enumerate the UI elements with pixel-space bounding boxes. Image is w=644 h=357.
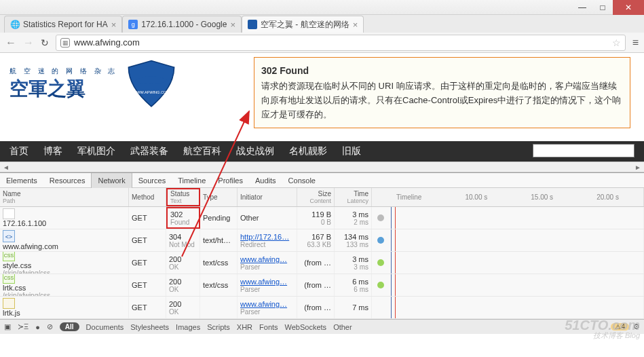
filter-scripts[interactable]: Scripts [207,323,230,331]
console-toggle-icon[interactable]: ▣ [4,322,11,331]
site-search-input[interactable] [533,144,634,157]
filter-other[interactable]: Other [333,323,352,331]
devtools-footer: ▣ ≻Ξ ● ⊘ All Documents Stylesheets Image… [0,319,644,334]
url-input[interactable] [74,37,608,48]
browser-nav-bar: ← → ↻ ▦ ☆ ≡ [0,33,644,53]
window-maximize-button[interactable]: □ [592,0,613,15]
nav-aircraft[interactable]: 军机图介 [77,145,115,157]
network-row[interactable]: 172.16.1.100GET302FoundPendingOther119 B… [0,207,644,229]
network-row[interactable]: <>www.afwing.comGET304Not Modtext/ht…htt… [0,229,644,252]
close-tab-icon[interactable]: × [230,20,235,30]
omnibox[interactable]: ▦ ☆ [56,35,626,51]
nav-home[interactable]: 首页 [10,145,29,157]
devtools-tab-sources[interactable]: Sources [132,173,172,188]
filter-images[interactable]: Images [176,323,200,331]
horizontal-scrollbar[interactable]: ◄► [0,162,644,172]
shield-logo-icon: WWW.AFWING.COM [123,60,180,109]
record-icon[interactable]: ● [35,323,40,331]
window-close-button[interactable]: ✕ [613,0,644,15]
warning-badge[interactable]: ⚠4 [611,323,629,331]
tooltip-body: 请求的资源现在临时从不同的 URI 响应请求。由于这样的重定向是临时的，客户端应… [261,79,623,121]
browser-tab-0[interactable]: 🌐 Statistics Report for HA × [4,16,122,33]
browser-tab-2[interactable]: 空军之翼 - 航空迷的网络 × [242,16,364,33]
nav-gallery[interactable]: 名机靓影 [289,145,327,157]
settings-gear-icon[interactable]: ⚙ [633,322,640,331]
forward-button[interactable]: → [23,37,34,49]
col-status[interactable]: StatusText [166,188,200,206]
svg-text:WWW.AFWING.COM: WWW.AFWING.COM [133,90,170,94]
nav-weapons[interactable]: 武器装备 [130,145,168,157]
col-timeline[interactable]: Timeline10.00 s15.00 s20.00 s [372,188,644,206]
back-button[interactable]: ← [5,37,16,49]
logo-subtitle: 航 空 迷 的 网 络 杂 志 [10,67,117,76]
devtools-tab-bar: Elements Resources Network Sources Timel… [0,173,644,188]
filter-fonts[interactable]: Fonts [259,323,278,331]
network-table-header: NamePath Method StatusText Type Initiato… [0,188,644,207]
filter-all[interactable]: All [60,322,79,331]
close-tab-icon[interactable]: × [353,20,358,30]
tooltip-title: 302 Found [261,63,623,78]
globe-icon: 🌐 [10,20,20,29]
col-time[interactable]: TimeLatency [335,188,372,206]
nav-legacy[interactable]: 旧版 [342,145,361,157]
network-row[interactable]: CSSlrtk.css/skin/afwing/cssGET200OKtext/… [0,274,644,297]
devtools-panel: Elements Resources Network Sources Timel… [0,172,644,334]
logo-title: 空軍之翼 [10,76,117,102]
window-minimize-button[interactable]: — [572,0,592,15]
devtools-tab-profiles[interactable]: Profiles [212,173,249,188]
browser-tab-1[interactable]: g 172.16.1.1000 - Google × [122,16,242,33]
filter-websockets[interactable]: WebSockets [285,323,327,331]
tab-label: 空军之翼 - 航空迷的网络 [261,19,349,31]
col-name[interactable]: NamePath [0,188,129,206]
nav-history[interactable]: 战史战例 [236,145,274,157]
filter-xhr[interactable]: XHR [237,323,252,331]
devtools-tab-audits[interactable]: Audits [249,173,282,188]
devtools-tab-timeline[interactable]: Timeline [172,173,212,188]
browser-menu-button[interactable]: ≡ [632,37,639,49]
close-tab-icon[interactable]: × [111,20,117,30]
drawer-icon[interactable]: ≻Ξ [18,322,29,331]
col-size[interactable]: SizeContent [297,188,335,206]
devtools-tab-elements[interactable]: Elements [0,173,43,188]
devtools-tab-console[interactable]: Console [282,173,322,188]
status-tooltip: 302 Found 请求的资源现在临时从不同的 URI 响应请求。由于这样的重定… [254,57,630,128]
filter-documents[interactable]: Documents [86,323,124,331]
google-icon: g [128,20,138,29]
window-titlebar: — □ ✕ [0,0,644,15]
clear-icon[interactable]: ⊘ [47,322,53,331]
col-initiator[interactable]: Initiator [238,188,297,206]
devtools-tab-network[interactable]: Network [91,173,132,188]
browser-tab-strip: 🌐 Statistics Report for HA × g 172.16.1.… [0,15,644,33]
network-row[interactable]: lrtk.jsGET200OKwww.afwing…Parser(from …7… [0,297,644,319]
site-logo: 航 空 迷 的 网 络 杂 志 空軍之翼 WWW.AFWING.COM [10,60,180,109]
network-row[interactable]: CSSstyle.css/skin/afwing/cssGET200OKtext… [0,252,644,274]
network-rows: 172.16.1.100GET302FoundPendingOther119 B… [0,207,644,319]
col-method[interactable]: Method [129,188,166,206]
page-viewport: 航 空 迷 的 网 络 杂 志 空軍之翼 WWW.AFWING.COM 302 … [0,53,644,162]
filter-stylesheets[interactable]: Stylesheets [130,323,169,331]
site-nav: 首页 博客 军机图介 武器装备 航空百科 战史战例 名机靓影 旧版 [0,141,644,162]
devtools-tab-resources[interactable]: Resources [43,173,92,188]
col-type[interactable]: Type [200,188,238,206]
site-icon [248,20,257,29]
tab-label: Statistics Report for HA [23,20,108,29]
reload-button[interactable]: ↻ [41,37,49,48]
nav-blog[interactable]: 博客 [43,145,62,157]
tab-label: 172.16.1.1000 - Google [141,20,227,29]
page-icon: ▦ [60,38,70,48]
bookmark-star-icon[interactable]: ☆ [612,37,621,48]
nav-encyclopedia[interactable]: 航空百科 [183,145,221,157]
